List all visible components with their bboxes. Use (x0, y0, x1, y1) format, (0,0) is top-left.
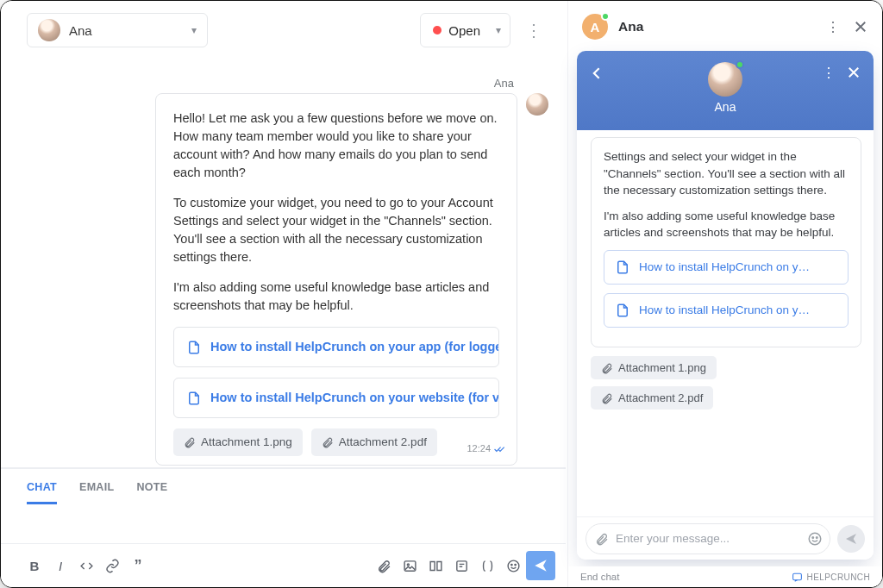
kb-article-link[interactable]: How to install HelpCrunch on your app (f… (173, 327, 499, 367)
chevron-down-icon: ▾ (496, 24, 501, 36)
paperclip-icon (601, 362, 613, 374)
input-placeholder: Enter your message... (616, 532, 800, 545)
image-button[interactable] (397, 553, 423, 579)
bold-button[interactable]: B (22, 553, 47, 579)
assignee-name: Ana (69, 23, 92, 38)
assignee-select[interactable]: Ana ▾ (27, 13, 208, 47)
more-menu[interactable]: ⋮ (824, 17, 842, 36)
presence-dot-icon (736, 60, 744, 69)
code-button[interactable] (73, 553, 99, 579)
status-dot-icon (433, 26, 442, 34)
conversation-body: Ana Hello! Let me ask you a few question… (1, 51, 566, 467)
widget-message-bubble: Settings and select your widget in the "… (591, 137, 861, 347)
message-paragraph: I'm also adding some useful knowledge ba… (604, 208, 849, 241)
compose-toolbar: B I ” (1, 544, 566, 587)
agent-name: Ana (715, 100, 736, 114)
svg-point-7 (812, 536, 814, 538)
send-button[interactable] (526, 551, 555, 580)
widget-footer: End chat HELPCRUNCH (568, 566, 882, 587)
brand-badge[interactable]: HELPCRUNCH (792, 572, 870, 583)
svg-point-8 (817, 536, 818, 538)
attachment-chip[interactable]: Attachment 2.pdf (311, 428, 437, 456)
kb-article-link[interactable]: How to install HelpCrunch on y… (604, 293, 849, 328)
tab-email[interactable]: EMAIL (79, 476, 114, 504)
svg-point-6 (809, 533, 821, 545)
document-icon (615, 303, 630, 318)
svg-point-3 (508, 560, 519, 572)
variables-button[interactable] (474, 553, 500, 579)
attachment-name: Attachment 2.pdf (618, 391, 703, 404)
widget-body: Settings and select your widget in the "… (577, 130, 874, 516)
widget-send-button[interactable] (837, 525, 865, 553)
quote-button[interactable]: ” (125, 553, 151, 579)
attach-button[interactable] (371, 553, 397, 579)
presence-dot-icon (601, 12, 610, 21)
paperclip-icon (601, 392, 613, 404)
attachment-chip[interactable]: Attachment 1.png (173, 428, 303, 456)
widget-close-button[interactable] (846, 65, 861, 84)
italic-button[interactable]: I (47, 553, 73, 579)
message-timestamp: 12:24 (467, 442, 506, 456)
widget-header: ⋮ Ana (577, 51, 874, 130)
attachment-chip[interactable]: Attachment 1.png (591, 356, 717, 379)
composer: CHAT EMAIL NOTE B I ” (1, 467, 566, 587)
message-paragraph: Settings and select your widget in the "… (604, 148, 849, 199)
visitor-widget-panel: A Ana ⋮ ⋮ Ana (567, 1, 882, 587)
visitor-header: A Ana ⋮ (568, 1, 882, 44)
attachment-name: Attachment 1.png (201, 434, 292, 451)
svg-rect-9 (792, 573, 801, 580)
link-button[interactable] (99, 553, 125, 579)
saved-replies-button[interactable] (448, 553, 474, 579)
widget-more-menu[interactable]: ⋮ (822, 65, 836, 81)
svg-point-4 (510, 564, 511, 565)
message-paragraph: Hello! Let me ask you a few questions be… (173, 109, 499, 182)
agent-avatar (708, 62, 742, 97)
kb-article-title: How to install HelpCrunch on your websit… (210, 389, 499, 407)
kb-article-link[interactable]: How to install HelpCrunch on your websit… (173, 378, 499, 418)
kb-article-link[interactable]: How to install HelpCrunch on y… (604, 250, 849, 285)
read-receipt-icon (494, 445, 506, 454)
agent-message-bubble: Hello! Let me ask you a few questions be… (155, 93, 517, 466)
attachment-chip[interactable]: Attachment 2.pdf (591, 386, 713, 410)
kb-article-title: How to install HelpCrunch on y… (639, 260, 810, 275)
agent-panel: Ana ▾ Open ▾ ⋮ Ana Hello! Let me ask you… (1, 1, 566, 587)
svg-point-1 (407, 564, 409, 566)
emoji-icon[interactable] (807, 531, 823, 547)
document-icon (615, 260, 630, 275)
widget-message-input[interactable]: Enter your message... (586, 523, 830, 554)
compose-textarea[interactable] (1, 504, 566, 544)
message-paragraph: To customize your widget, you need to go… (173, 194, 499, 266)
kb-article-title: How to install HelpCrunch on y… (639, 303, 810, 318)
attachment-name: Attachment 1.png (618, 361, 706, 374)
kb-article-title: How to install HelpCrunch on your app (f… (210, 338, 499, 356)
end-chat-link[interactable]: End chat (580, 572, 619, 582)
attachment-name: Attachment 2.pdf (339, 434, 427, 451)
close-button[interactable] (851, 17, 870, 36)
more-menu[interactable]: ⋮ (519, 13, 548, 47)
paperclip-icon (184, 436, 196, 448)
avatar (38, 19, 60, 41)
svg-point-5 (514, 564, 515, 565)
status-select[interactable]: Open ▾ (420, 13, 510, 47)
document-icon (186, 340, 202, 355)
paperclip-icon (322, 436, 334, 448)
message-paragraph: I'm also adding some useful knowledge ba… (173, 278, 499, 315)
composer-tabs: CHAT EMAIL NOTE (1, 469, 566, 504)
avatar (526, 93, 548, 116)
chevron-down-icon: ▾ (191, 24, 197, 36)
chat-widget-window: ⋮ Ana Settings and select your widget in… (577, 51, 874, 560)
tab-chat[interactable]: CHAT (27, 476, 57, 504)
widget-input-row: Enter your message... (577, 516, 874, 560)
visitor-name: Ana (618, 19, 643, 34)
agent-top-bar: Ana ▾ Open ▾ ⋮ (1, 1, 566, 51)
knowledge-base-button[interactable] (423, 553, 448, 579)
visitor-avatar: A (582, 14, 608, 40)
brand-icon (792, 572, 803, 583)
tab-note[interactable]: NOTE (136, 476, 167, 504)
status-label: Open (448, 23, 480, 38)
emoji-button[interactable] (500, 553, 526, 579)
back-button[interactable] (589, 65, 606, 85)
message-from-label: Ana (27, 77, 514, 90)
document-icon (186, 391, 202, 406)
paperclip-icon[interactable] (595, 532, 609, 546)
